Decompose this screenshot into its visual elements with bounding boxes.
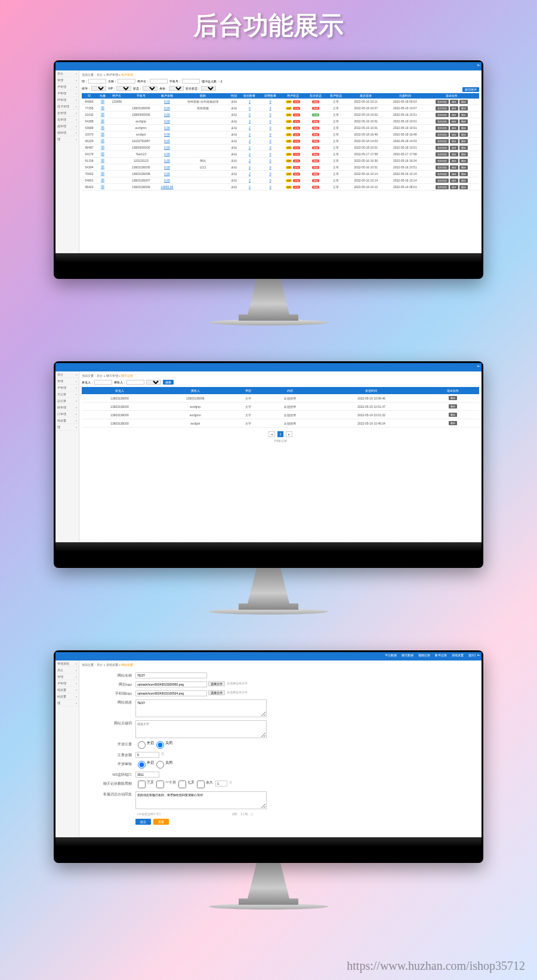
collapse-icon[interactable]: ⇤ — [476, 652, 482, 658]
sidebar-item[interactable]: IP管理▾ — [55, 97, 79, 103]
topnav-link[interactable]: 视频记录 — [418, 653, 430, 657]
delete-button[interactable]: 删除 — [459, 179, 468, 183]
sidebar-item[interactable]: 值管理▾ — [55, 123, 79, 130]
filter-id-input[interactable] — [88, 79, 106, 84]
edit-button[interactable]: 修改 — [450, 185, 458, 189]
topnav-link[interactable]: 帐号记录 — [435, 653, 447, 657]
detail-button[interactable]: 充值消息 — [436, 100, 449, 104]
detail-button[interactable]: 充值消息 — [436, 106, 449, 110]
sidebar-item[interactable]: 全管理▾ — [55, 110, 79, 116]
audit-open-radio[interactable] — [138, 761, 146, 769]
port-input[interactable] — [135, 772, 159, 778]
topnav-link[interactable]: 系统设置 — [452, 653, 464, 657]
sidebar-item[interactable]: 理▾ — [55, 424, 79, 431]
detail-button[interactable]: 充值消息 — [436, 126, 449, 130]
detail-button[interactable]: 充值消息 — [436, 146, 449, 150]
desc-textarea[interactable]: TEST — [135, 699, 267, 717]
page-prev-button[interactable]: « — [268, 431, 275, 437]
filter-realname-select[interactable]: 不限 — [201, 86, 216, 91]
filter-sender-input[interactable] — [94, 380, 112, 385]
delete-button[interactable]: 删除 — [459, 159, 468, 163]
sidebar-item[interactable]: 管理▾ — [55, 674, 79, 680]
balance-link[interactable]: 0.00 — [156, 171, 178, 177]
edit-button[interactable]: 修改 — [450, 100, 458, 104]
detail-button[interactable]: 充值消息 — [436, 179, 449, 183]
edit-button[interactable]: 修改 — [450, 139, 458, 143]
keyword-textarea[interactable] — [135, 720, 267, 738]
filter-receiver-input[interactable] — [126, 380, 144, 385]
balance-link[interactable]: 0.00 — [156, 99, 178, 105]
filter-sort-select[interactable]: 不限 — [91, 86, 106, 91]
delete-button[interactable]: 删除 — [459, 126, 468, 130]
delete-button[interactable]: 删除 — [459, 152, 468, 156]
search-button[interactable]: 搜索 — [163, 380, 174, 385]
detail-button[interactable]: 充值消息 — [436, 172, 449, 176]
regamount-input[interactable] — [135, 752, 159, 758]
sidebar-item[interactable]: 款记录▾ — [55, 398, 79, 404]
sidebar-item[interactable]: 户管理▾ — [55, 90, 79, 97]
sidebar-item[interactable]: 户管理▾ — [55, 84, 79, 90]
delete-button[interactable]: 删除 — [449, 404, 457, 408]
balance-link[interactable]: 0.00 — [156, 151, 178, 158]
collapse-icon[interactable]: ⇤ — [476, 62, 482, 68]
sidebar-item[interactable]: 理▾ — [55, 136, 79, 143]
sidebar-item[interactable]: 管理▾ — [55, 378, 79, 385]
delete-button[interactable]: 删除 — [459, 139, 468, 143]
filter-name-input[interactable] — [118, 79, 135, 84]
sidebar-item[interactable]: 户管理▾ — [55, 385, 79, 391]
sidebar-item[interactable]: 管理系统▾ — [55, 660, 79, 667]
sidebar-item[interactable]: 户管理▾ — [55, 680, 79, 687]
sidebar-item[interactable]: 站设置▾ — [55, 693, 79, 700]
detail-button[interactable]: 充值消息 — [436, 159, 449, 163]
balance-link[interactable]: 0.00 — [156, 131, 178, 138]
delete-button[interactable]: 删除 — [459, 106, 468, 110]
welcome-textarea[interactable]: 您的消息客服已收到，将尽快给您回复请耐心等待 — [135, 791, 267, 809]
detail-button[interactable]: 充值消息 — [436, 152, 449, 156]
mlogo-input[interactable] — [135, 690, 207, 696]
edit-button[interactable]: 修改 — [450, 159, 458, 163]
edit-button[interactable]: 修改 — [450, 133, 458, 137]
edit-button[interactable]: 修改 — [450, 106, 458, 110]
detail-button[interactable]: 充值消息 — [436, 185, 449, 189]
filter-username-input[interactable] — [150, 79, 168, 84]
balance-link[interactable]: 0.00 — [156, 112, 178, 118]
period-7d-checkbox[interactable] — [156, 781, 164, 788]
page-next-button[interactable]: » — [286, 431, 292, 437]
delete-button[interactable]: 删除 — [459, 100, 468, 104]
delete-button[interactable]: 删除 — [449, 396, 457, 400]
reset-button[interactable]: 重置 — [153, 819, 169, 825]
edit-button[interactable]: 修改 — [450, 119, 458, 124]
delete-button[interactable]: 删除 — [459, 172, 468, 176]
sitename-input[interactable] — [135, 672, 207, 678]
period-custom-input[interactable] — [215, 781, 227, 787]
topnav-link[interactable]: 平台数据 — [385, 653, 397, 657]
sidebar-item[interactable]: 后台▾ — [55, 667, 79, 674]
collapse-icon[interactable]: ⇤ — [476, 363, 482, 369]
edit-button[interactable]: 修改 — [450, 165, 458, 170]
filter-role-select[interactable]: 不限 — [169, 86, 184, 91]
sidebar-item[interactable]: 流卡管理▾ — [55, 103, 79, 110]
balance-link[interactable]: 0.00 — [156, 164, 178, 171]
sidebar-item[interactable]: 天记录▾ — [55, 391, 79, 398]
edit-button[interactable]: 修改 — [450, 152, 458, 156]
sidebar-item[interactable]: 统设置▾ — [55, 687, 79, 693]
delete-button[interactable]: 删除 — [459, 185, 468, 189]
delete-button[interactable]: 删除 — [459, 165, 468, 170]
period-3d-checkbox[interactable] — [138, 781, 146, 788]
delete-button[interactable]: 删除 — [459, 113, 468, 117]
edit-button[interactable]: 修改 — [450, 113, 458, 117]
sidebar-item[interactable]: 管理▾ — [55, 77, 79, 84]
period-never-checkbox[interactable] — [197, 781, 205, 788]
edit-button[interactable]: 修改 — [450, 146, 458, 150]
sidebar-item[interactable]: 充管理▾ — [55, 116, 79, 123]
period-30d-checkbox[interactable] — [178, 781, 186, 788]
detail-button[interactable]: 充值消息 — [436, 165, 449, 170]
balance-link[interactable]: 0.00 — [156, 145, 178, 151]
filter-phone-input[interactable] — [182, 79, 200, 84]
audit-close-radio[interactable] — [156, 761, 164, 769]
delete-button[interactable]: 删除 — [449, 421, 457, 425]
balance-link[interactable]: 0.00 — [156, 158, 178, 164]
sidebar-item[interactable]: 销管理▾ — [55, 130, 79, 136]
sidebar-item[interactable]: 理▾ — [55, 700, 79, 706]
delete-button[interactable]: 删除 — [459, 133, 468, 137]
